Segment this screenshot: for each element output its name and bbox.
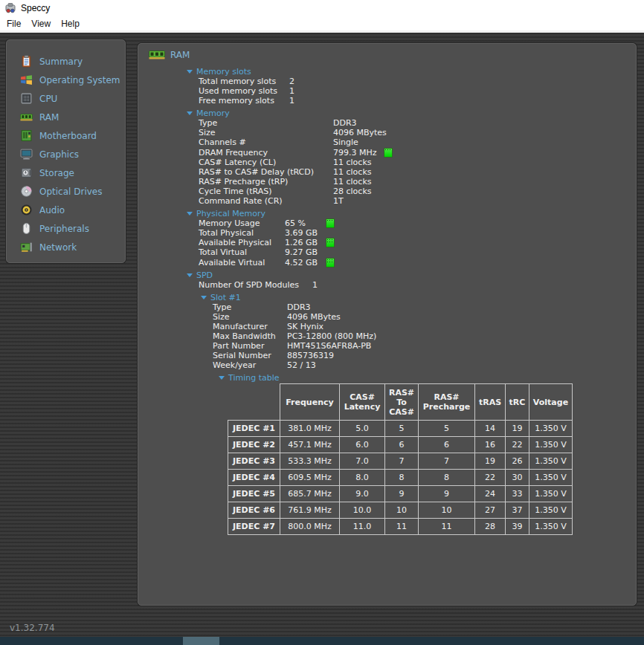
timing-table-column-header: RAS# To CAS# — [385, 384, 419, 421]
timing-table-row: JEDEC #4609.5 MHz8.08822301.350 V — [228, 470, 573, 486]
usage-meter-used — [384, 149, 392, 150]
timing-table-cell: 39 — [506, 519, 529, 535]
timing-table-cell: 800.0 MHz — [280, 519, 340, 535]
timing-table-row-name: JEDEC #2 — [228, 437, 280, 453]
info-row: TypeDDR3 — [138, 302, 636, 312]
timing-table-cell: 8.0 — [340, 470, 385, 486]
info-label: RAS# Precharge (tRP) — [199, 177, 333, 187]
sidebar-item-operating-system[interactable]: Operating System — [7, 71, 125, 89]
timing-table-cell: 11.0 — [340, 519, 385, 535]
timing-table-cell: 33 — [506, 486, 529, 502]
timing-table-cell: 5.0 — [340, 421, 385, 437]
info-value: SK Hynix — [287, 322, 323, 331]
timing-table-cell: 1.350 V — [529, 437, 573, 453]
timing-table-cell: 9 — [385, 486, 419, 502]
sidebar-item-network[interactable]: Network — [7, 238, 125, 256]
sidebar-item-motherboard[interactable]: Motherboard — [7, 126, 125, 145]
info-value: 52 / 13 — [287, 360, 316, 370]
info-row: Memory Usage65 % — [138, 218, 636, 228]
timing-table-cell: 22 — [475, 470, 506, 486]
usage-meter-used — [326, 239, 334, 244]
timing-table-cell: 1.350 V — [529, 421, 573, 437]
timing-table-cell: 761.9 MHz — [280, 502, 340, 519]
sidebar-item-ram[interactable]: RAM — [7, 108, 125, 126]
ram-icon — [20, 111, 33, 123]
section-header-timing-table[interactable]: Timing table — [138, 373, 636, 383]
info-value: 11 clocks — [333, 177, 371, 187]
info-row: CAS# Latency (CL)11 clocks — [138, 158, 636, 167]
timing-table-row-name: JEDEC #4 — [228, 470, 280, 486]
workspace: SummaryOperating SystemCPURAMMotherboard… — [0, 33, 644, 645]
sidebar-item-label: Operating System — [39, 75, 120, 85]
info-row: Serial Number885736319 — [138, 351, 636, 360]
timing-table-cell: 7.0 — [340, 453, 385, 470]
menu-item-help[interactable]: Help — [56, 17, 85, 30]
collapse-arrow-icon — [201, 296, 207, 299]
menu-item-view[interactable]: View — [26, 17, 56, 30]
info-row: ManufacturerSK Hynix — [138, 322, 636, 331]
menu-bar: FileViewHelp — [0, 16, 644, 30]
timing-table-cell: 5 — [385, 421, 419, 437]
info-value: 799.3 MHz — [333, 148, 377, 158]
section-header-spd[interactable]: SPD — [138, 270, 636, 280]
sidebar-item-label: CPU — [39, 94, 57, 104]
timing-table-cell: 457.1 MHz — [280, 437, 340, 453]
timing-table-cell: 11 — [385, 519, 419, 535]
info-row: Week/year52 / 13 — [138, 360, 636, 370]
timing-table-cell: 609.5 MHz — [280, 470, 340, 486]
info-row: TypeDDR3 — [138, 118, 636, 128]
timing-table-column-header: Frequency — [280, 384, 340, 421]
timing-table-row-name: JEDEC #1 — [228, 421, 280, 437]
timing-table-cell: 27 — [475, 502, 506, 519]
sidebar-item-summary[interactable]: Summary — [7, 52, 125, 71]
info-label: Serial Number — [213, 351, 287, 360]
timing-table-column-header: Voltage — [529, 384, 573, 421]
info-label: Type — [199, 118, 333, 128]
sidebar: SummaryOperating SystemCPURAMMotherboard… — [6, 39, 126, 263]
info-label: Size — [213, 312, 287, 322]
timing-table-cell: 19 — [475, 453, 506, 470]
info-value: HMT451S6AFR8A-PB — [287, 341, 371, 351]
info-label: Type — [213, 302, 287, 312]
section-header-slot-1[interactable]: Slot #1 — [138, 293, 636, 302]
sidebar-item-graphics[interactable]: Graphics — [7, 145, 125, 163]
section-title: Timing table — [228, 373, 280, 383]
timing-table-row-name: JEDEC #7 — [228, 519, 280, 535]
timing-table-cell: 10 — [419, 502, 475, 519]
timing-table-cell: 9.0 — [340, 486, 385, 502]
sidebar-item-audio[interactable]: Audio — [7, 201, 125, 219]
taskbar-button[interactable] — [183, 637, 219, 645]
menu-item-file[interactable]: File — [1, 17, 26, 30]
info-row: Channels #Single — [138, 137, 636, 147]
info-label: Total Virtual — [199, 247, 285, 257]
info-label: CAS# Latency (CL) — [199, 158, 333, 167]
info-label: Free memory slots — [199, 96, 289, 106]
timing-table-column-header: tRAS — [475, 384, 506, 421]
sidebar-item-label: Graphics — [39, 149, 79, 160]
sidebar-item-peripherals[interactable]: Peripherals — [7, 219, 125, 238]
timing-table: FrequencyCAS# LatencyRAS# To CAS#RAS# Pr… — [228, 383, 573, 535]
info-value: 1 — [289, 86, 294, 96]
timing-table-cell: 1.350 V — [529, 470, 573, 486]
info-row: Available Physical1.26 GB — [138, 238, 636, 247]
timing-table-cell: 685.7 MHz — [280, 486, 340, 502]
info-label: Max Bandwidth — [213, 331, 287, 341]
sidebar-item-storage[interactable]: Storage — [7, 163, 125, 182]
info-value: PC3-12800 (800 MHz) — [287, 331, 376, 341]
section-header-physical-memory[interactable]: Physical Memory — [138, 209, 636, 218]
timing-table-cell: 5 — [419, 421, 475, 437]
section-header-memory-slots[interactable]: Memory slots — [138, 67, 636, 77]
section-header-memory[interactable]: Memory — [138, 108, 636, 118]
timing-table-column-header: tRC — [506, 384, 529, 421]
info-value: 1 — [312, 280, 318, 290]
sidebar-item-cpu[interactable]: CPU — [7, 89, 125, 108]
info-value: 2 — [289, 77, 294, 86]
info-row: Used memory slots1 — [138, 86, 636, 96]
sidebar-item-label: Storage — [39, 168, 74, 178]
sidebar-item-optical-drives[interactable]: Optical Drives — [7, 182, 125, 201]
timing-table-cell: 22 — [506, 437, 529, 453]
timing-table-cell: 10 — [385, 502, 419, 519]
info-row: Size4096 MBytes — [138, 312, 636, 322]
ram-content-panel: RAM Memory slotsTotal memory slots2Used … — [138, 43, 637, 606]
timing-table-row-name: JEDEC #5 — [228, 486, 280, 502]
